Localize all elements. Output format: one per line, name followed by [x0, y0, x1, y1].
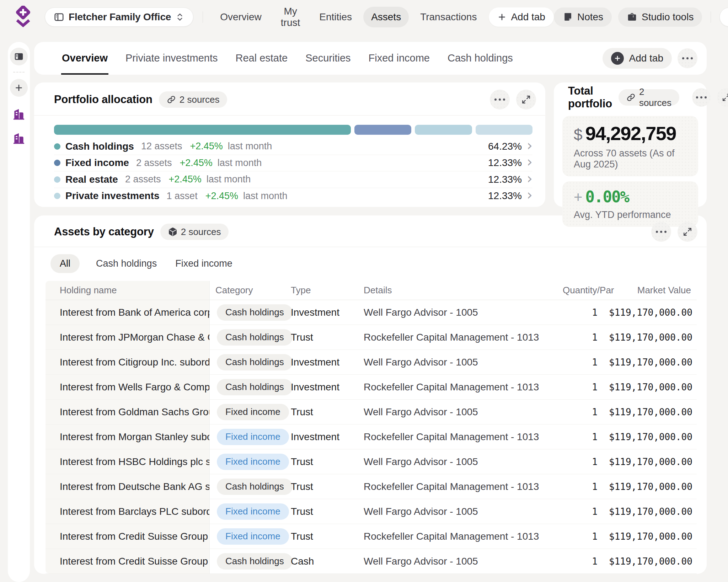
- total-more-button[interactable]: [692, 88, 711, 107]
- category-change-period: last month: [218, 157, 262, 169]
- allocation-bar-segment[interactable]: [476, 125, 532, 135]
- column-header[interactable]: Category: [210, 285, 285, 296]
- allocation-stacked-bar: [54, 125, 532, 135]
- holding-quantity: 1: [557, 307, 603, 318]
- holding-type: Investment: [285, 357, 358, 368]
- allocation-legend-row[interactable]: Private investments 1 asset +2.45% last …: [54, 188, 532, 204]
- expand-icon: [722, 93, 728, 102]
- holding-details: Well Fargo Advisor - 1005: [358, 556, 557, 567]
- notes-label: Notes: [577, 11, 603, 23]
- studio-tools-button[interactable]: Studio tools: [618, 7, 702, 27]
- category-chip: Cash holdings: [217, 379, 293, 395]
- table-row[interactable]: Interest from Wells Fargo & Company subo…: [46, 375, 697, 400]
- category-chip: Cash holdings: [217, 304, 293, 321]
- category-change: +2.45%: [180, 157, 213, 169]
- holding-name: Interest from Credit Suisse Group AG sub…: [46, 524, 210, 549]
- add-tab-button[interactable]: Add tab: [489, 7, 554, 27]
- subtab[interactable]: Cash holdings: [447, 42, 514, 75]
- briefcase-icon: [627, 12, 637, 22]
- column-header[interactable]: Quantity/Par: [557, 285, 603, 296]
- table-row[interactable]: Interest from Morgan Stanley subordinate…: [46, 425, 697, 449]
- portfolio-allocation-card: Portfolio allocation 2 sources: [34, 82, 545, 207]
- nav-item[interactable]: My trust: [273, 1, 308, 33]
- allocation-sources-badge[interactable]: 2 sources: [159, 91, 228, 108]
- category-change-period: last month: [243, 191, 288, 202]
- allocation-legend-row[interactable]: Cash holdings 12 assets +2.45% last mont…: [54, 138, 532, 155]
- add-subtab-button[interactable]: Add tab: [603, 48, 672, 69]
- holding-name: Interest from Credit Suisse Group AG sub…: [46, 549, 210, 573]
- table-row[interactable]: Interest from Goldman Sachs Group Inc. s…: [46, 400, 697, 425]
- workspace-switcher[interactable]: Fletcher Family Office: [45, 7, 193, 27]
- total-portfolio-title: Total portfolio: [568, 85, 612, 110]
- subtab[interactable]: Real estate: [235, 42, 288, 75]
- subtab[interactable]: Overview: [61, 42, 108, 75]
- holding-details: Rockefeller Capital Management - 1013: [358, 481, 557, 492]
- column-header[interactable]: Details: [358, 285, 557, 296]
- table-row[interactable]: Interest from Credit Suisse Group AG sub…: [46, 549, 697, 574]
- tabs-more-button[interactable]: [678, 48, 697, 68]
- chevron-right-icon: ›: [527, 190, 532, 200]
- table-row[interactable]: Interest from Deutsche Bank AG subordina…: [46, 474, 697, 499]
- nav-item[interactable]: Transactions: [412, 7, 485, 27]
- allocation-expand-button[interactable]: [516, 90, 536, 110]
- allocation-bar-segment[interactable]: [54, 125, 351, 135]
- allocation-bar-segment[interactable]: [354, 125, 411, 135]
- holding-quantity: 1: [557, 456, 603, 467]
- table-row[interactable]: Interest from Barclays PLC subordinated …: [46, 499, 697, 524]
- column-header[interactable]: Holding name: [46, 281, 210, 300]
- table-body: Interest from Bank of America corp subor…: [46, 300, 697, 574]
- subtab[interactable]: Securities: [305, 42, 351, 75]
- portfolio-allocation-title: Portfolio allocation: [54, 93, 152, 106]
- assets-more-button[interactable]: [651, 222, 671, 242]
- column-header[interactable]: Type: [285, 285, 358, 296]
- toggle-sidebar-button[interactable]: [10, 48, 28, 65]
- category-filter-chip[interactable]: Fixed income: [173, 254, 235, 273]
- category-chip: Cash holdings: [217, 479, 293, 495]
- table-row[interactable]: Interest from Credit Suisse Group AG sub…: [46, 524, 697, 549]
- subtab[interactable]: Fixed income: [368, 42, 430, 75]
- table-row[interactable]: Interest from JPMorgan Chase & Co. subor…: [46, 325, 697, 350]
- category-label: Private investments: [65, 190, 160, 202]
- holding-name: Interest from Barclays PLC subordinated …: [46, 499, 210, 524]
- top-bar: Fletcher Family Office OverviewMy trustE…: [0, 0, 728, 34]
- table-row[interactable]: Interest from Citigroup Inc. subordinate…: [46, 350, 697, 375]
- ellipsis-icon: [682, 57, 693, 59]
- holding-details: Well Fargo Advisor - 1005: [358, 456, 557, 468]
- category-filter-chip[interactable]: Cash holdings: [94, 254, 159, 273]
- column-header[interactable]: Market Value: [603, 285, 697, 296]
- notes-button[interactable]: Notes: [554, 7, 612, 27]
- assets-sources-label: 2 sources: [181, 226, 221, 237]
- table-row[interactable]: Interest from HSBC Holdings plc subordin…: [46, 449, 697, 474]
- holdings-table: Holding nameCategoryTypeDetailsQuantity/…: [46, 281, 697, 574]
- assets-expand-button[interactable]: [678, 222, 697, 242]
- workspace-building-icon-2[interactable]: [12, 132, 26, 145]
- app-logo-icon[interactable]: [14, 6, 33, 28]
- category-filter-chip[interactable]: All: [50, 254, 80, 273]
- holding-type: Investment: [285, 431, 358, 443]
- ellipsis-icon: [656, 231, 667, 233]
- allocation-legend-row[interactable]: Real estate 2 assets +2.45% last month 1…: [54, 171, 532, 188]
- allocation-more-button[interactable]: [490, 90, 510, 110]
- category-label: Fixed income: [65, 157, 129, 169]
- assets-sources-badge[interactable]: 2 sources: [160, 224, 229, 240]
- share-button[interactable]: Share: [719, 7, 728, 27]
- table-row[interactable]: Interest from Bank of America corp subor…: [46, 300, 697, 325]
- holding-details: Well Fargo Advisor - 1005: [358, 357, 557, 368]
- holding-market-value: $119,170,000.00: [603, 407, 698, 417]
- category-chip: Cash holdings: [217, 354, 293, 370]
- total-expand-button[interactable]: [717, 88, 728, 107]
- allocation-sources-label: 2 sources: [180, 94, 220, 105]
- plus-circle-icon: [611, 52, 624, 65]
- allocation-bar-segment[interactable]: [415, 125, 472, 135]
- total-sources-badge[interactable]: 2 sources: [619, 89, 679, 106]
- nav-item[interactable]: Entities: [311, 7, 360, 27]
- nav-item[interactable]: Assets: [363, 7, 409, 27]
- category-chip: Cash holdings: [217, 329, 293, 346]
- top-right-actions: Notes Studio tools Share A: [554, 7, 728, 27]
- workspace-building-icon[interactable]: [12, 107, 26, 121]
- subtab[interactable]: Priviate investments: [125, 42, 219, 75]
- nav-item[interactable]: Overview: [212, 7, 269, 27]
- rail-add-button[interactable]: [10, 79, 28, 97]
- holding-details: Well Fargo Advisor - 1005: [358, 506, 557, 517]
- allocation-legend-row[interactable]: Fixed income 2 assets +2.45% last month …: [54, 155, 532, 171]
